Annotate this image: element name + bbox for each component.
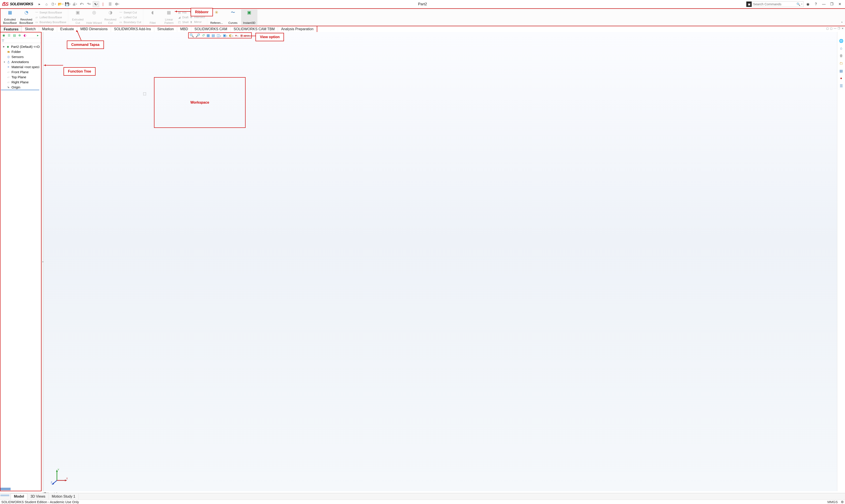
- mdi-restore-icon[interactable]: ❐: [838, 27, 840, 30]
- shell-button[interactable]: ◰Shell: [178, 20, 189, 24]
- minimize-icon[interactable]: —: [820, 1, 827, 7]
- qat-rebuild-icon[interactable]: ❘: [100, 1, 106, 7]
- qat-undo-icon[interactable]: ↶▾: [78, 1, 85, 7]
- lofted-cut-button[interactable]: ▱Lofted Cut: [119, 16, 141, 19]
- tree-origin[interactable]: ↳Origin: [1, 85, 39, 90]
- tp-library-icon[interactable]: 🗑: [839, 53, 844, 58]
- section-view-icon[interactable]: ▦: [207, 33, 210, 37]
- mdi-close-icon[interactable]: ✕: [842, 27, 844, 30]
- zoom-fit-icon[interactable]: 🔍: [190, 33, 194, 37]
- restore-icon[interactable]: ❐: [828, 1, 835, 7]
- bottom-tab-motion[interactable]: Motion Study 1: [49, 493, 79, 499]
- tp-home-icon[interactable]: ⌂: [839, 46, 844, 51]
- view-orientation-icon[interactable]: ◫▾: [217, 33, 221, 37]
- instant3d-button[interactable]: ▣Instant3D: [241, 10, 258, 25]
- close-icon[interactable]: ✕: [836, 1, 843, 7]
- zoom-area-icon[interactable]: 🔎: [196, 33, 200, 37]
- display-style-icon[interactable]: ▣▾: [223, 33, 227, 37]
- tp-appearances-icon[interactable]: ●: [839, 76, 844, 81]
- extruded-boss-button[interactable]: ▦ Extruded Boss/Base: [2, 10, 18, 25]
- revolved-boss-button[interactable]: ◔ Revolved Boss/Base: [18, 10, 34, 25]
- tab-analysis-prep[interactable]: Analysis Preparation: [278, 26, 317, 32]
- tp-file-explorer-icon[interactable]: 🗀: [839, 61, 844, 66]
- tree-right-plane[interactable]: ▱Right Plane: [1, 79, 40, 85]
- selection-bar[interactable]: [0, 494, 9, 496]
- mdi-icon[interactable]: ▢: [830, 27, 832, 30]
- tab-features[interactable]: Features: [0, 26, 22, 32]
- edit-appearance-icon[interactable]: ●▾: [235, 34, 238, 37]
- orientation-triad[interactable]: Y X Z: [50, 468, 68, 486]
- qat-new-icon[interactable]: 🗋▾: [50, 1, 57, 7]
- tree-material[interactable]: ≡Material <not speci: [1, 65, 40, 69]
- qat-save-icon[interactable]: 💾▾: [65, 1, 71, 7]
- tab-cam-tbm[interactable]: SOLIDWORKS CAM TBM: [231, 26, 278, 32]
- mirror-button[interactable]: ⧗Mirror: [190, 20, 205, 24]
- tree-front-plane[interactable]: ▱Front Plane: [1, 69, 40, 74]
- status-gear-icon[interactable]: ⚙: [841, 500, 844, 504]
- panel-collapse-handle[interactable]: ◂: [41, 32, 44, 491]
- tab-evaluate[interactable]: Evaluate: [57, 26, 77, 32]
- extruded-cut-button[interactable]: ▣Extruded Cut: [70, 10, 86, 25]
- hole-wizard-button[interactable]: ◎Hole Wizard: [86, 10, 102, 25]
- dynamic-annotation-icon[interactable]: ▤: [212, 33, 215, 37]
- tab-mbd[interactable]: MBD: [177, 26, 192, 32]
- user-icon[interactable]: ◉: [805, 1, 811, 7]
- qat-print-icon[interactable]: 🖨▾: [71, 1, 78, 7]
- tree-root[interactable]: ▸◆Part2 (Default) <<D: [1, 44, 40, 49]
- revolved-cut-button[interactable]: ◑Revolved Cut: [102, 10, 119, 25]
- view-settings-icon[interactable]: ▭▾: [246, 33, 250, 37]
- mdi-icon[interactable]: ▢: [826, 27, 829, 30]
- tab-addins[interactable]: SOLIDWORKS Add-Ins: [111, 26, 154, 32]
- fm-tab-dim-icon[interactable]: ⊕: [17, 33, 22, 37]
- fm-tab-more-icon[interactable]: ▸: [35, 33, 40, 37]
- fm-tab-property-icon[interactable]: ☰: [6, 33, 12, 37]
- expand-icon[interactable]: ▸: [4, 60, 5, 63]
- fillet-button[interactable]: ◖Fillet: [144, 10, 161, 25]
- tree-top-plane[interactable]: ▱Top Plane: [1, 74, 40, 79]
- ribbon-collapse-icon[interactable]: ⌃: [841, 21, 843, 25]
- tree-annotations[interactable]: ▸A̲Annotations: [1, 59, 40, 65]
- qat-home-icon[interactable]: ⌂: [43, 1, 50, 7]
- curves-button[interactable]: 〜Curves: [225, 10, 241, 25]
- expand-icon[interactable]: ▸: [3, 44, 5, 49]
- search-commands[interactable]: ▣ 🔍 ▾: [746, 1, 804, 7]
- boundary-boss-button[interactable]: ▭Boundary Boss/Base: [35, 20, 66, 24]
- tab-simulation[interactable]: Simulation: [154, 26, 177, 32]
- bottom-tab-model[interactable]: Model: [11, 493, 28, 500]
- swept-cut-button[interactable]: 〰Swept Cut: [119, 11, 141, 14]
- tp-custom-props-icon[interactable]: ☰: [839, 83, 844, 88]
- qat-play-icon[interactable]: ▸: [36, 1, 43, 7]
- fm-tab-display-icon[interactable]: ◐: [22, 33, 28, 37]
- fm-tab-config-icon[interactable]: ▤: [12, 33, 17, 37]
- swept-boss-button[interactable]: 〰Swept Boss/Base: [35, 11, 66, 14]
- draft-button[interactable]: ◢Draft: [178, 16, 189, 19]
- tab-sketch[interactable]: Sketch: [22, 26, 39, 32]
- help-icon[interactable]: ?: [812, 1, 820, 7]
- mdi-minimize-icon[interactable]: —: [834, 27, 837, 30]
- qat-select-icon[interactable]: ⬉▾: [93, 1, 99, 7]
- qat-filter-icon[interactable]: ☰: [107, 1, 113, 7]
- graphics-area[interactable]: 🔍 🔎 ↺ ▦ ▤ ◫▾ ▣▾ ◐▾ ●▾ ◉▾ ▭▾ View option …: [44, 32, 837, 491]
- tab-cam[interactable]: SOLIDWORKS CAM: [191, 26, 230, 32]
- qat-open-icon[interactable]: 📂▾: [57, 1, 64, 7]
- boundary-cut-button[interactable]: ▭Boundary Cut: [119, 20, 141, 24]
- search-dropdown-icon[interactable]: ▾: [800, 3, 803, 5]
- search-magnifier-icon[interactable]: 🔍: [796, 2, 800, 6]
- tp-resources-icon[interactable]: 🌐: [839, 38, 844, 43]
- hide-show-icon[interactable]: ◐▾: [229, 33, 233, 37]
- tab-markup[interactable]: Markup: [39, 26, 57, 32]
- status-units[interactable]: MMGS: [827, 500, 838, 504]
- qat-options-icon[interactable]: ⚙▾: [114, 1, 121, 7]
- timeline-segment[interactable]: [0, 488, 11, 490]
- tree-sensors[interactable]: ◎Sensors: [1, 54, 40, 59]
- bottom-tab-3dviews[interactable]: 3D Views: [28, 493, 49, 499]
- tp-view-palette-icon[interactable]: ▤: [839, 68, 844, 73]
- prev-view-icon[interactable]: ↺: [202, 33, 205, 37]
- qat-redo-icon[interactable]: ↷▾: [86, 1, 92, 7]
- task-pane: 🌐 ⌂ 🗑 🗀 ▤ ● ☰: [837, 32, 845, 491]
- lofted-boss-button[interactable]: ▱Lofted Boss/Base: [35, 16, 66, 19]
- fm-filter-row[interactable]: ▽: [0, 38, 41, 43]
- search-input[interactable]: [752, 2, 796, 6]
- tree-folder[interactable]: 🖿Folder: [1, 49, 40, 54]
- fm-tab-tree-icon[interactable]: ◉: [1, 33, 6, 37]
